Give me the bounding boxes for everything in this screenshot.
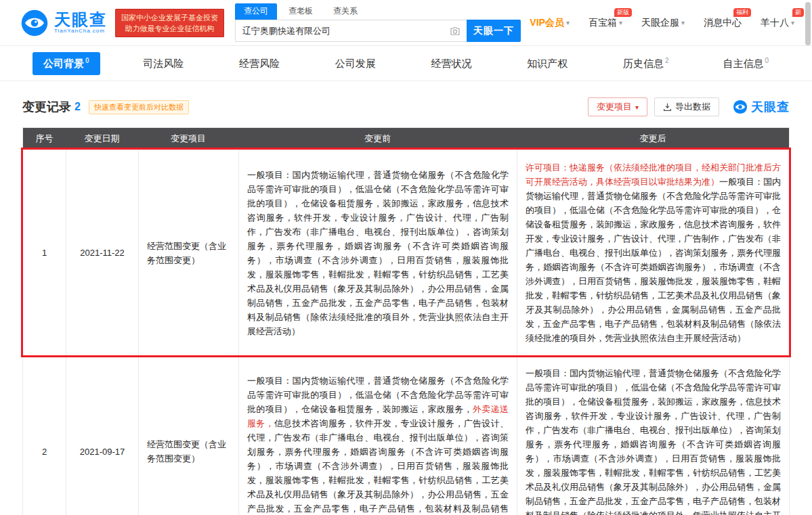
cell-after-change: 许可项目：快递服务（依法须经批准的项目，经相关部门批准后方可开展经营活动，具体经… [517,150,789,355]
change-date: 2021-09-17 [80,445,125,459]
menu-toolbox-label: 百宝箱 [589,17,617,29]
chevron-down-icon: ▾ [619,19,622,26]
tab-label: 知识产权 [527,58,568,69]
tab-operation-risk[interactable]: 经营风险 [228,52,292,75]
tab-label: 经营风险 [239,58,280,69]
top-menu: VIP会员 ▾ 百宝箱 ▾ 新版 天眼企服 ▾ 消息中心 福利 羊十八 ▾ 新 [530,17,794,29]
menu-user[interactable]: 羊十八 ▾ 新 [761,17,794,29]
cell-change-date: 2021-09-17 [66,356,138,515]
change-item: 经营范围变更（含业务范围变更） [147,437,230,466]
search-tab-relation[interactable]: 查关系 [324,3,366,20]
chevron-down-icon: ▾ [681,19,685,26]
search-tab-boss[interactable]: 查老板 [280,3,322,20]
after-change-text: 一般项目：国内货物运输代理，普通货物仓储服务（不含危险化学品等需许可审批的项目）… [526,366,781,515]
table-row-2: 2 2021-09-17 经营范围变更（含业务范围变更） 一般项目：国内货物运输… [23,355,789,515]
row-number: 2 [42,445,47,459]
toolbox-badge: 新版 [614,8,632,17]
watermark-text: 天眼查 [751,99,790,115]
search-tab-company[interactable]: 查公司 [235,3,277,20]
menu-vip[interactable]: VIP会员 ▾ [530,17,570,29]
search-row: 天眼一下 [235,20,521,42]
header-date: 变更日期 [66,133,138,145]
before-change-text: 一般项目：国内货物运输代理，普通货物仓储服务（不含危险化学品等需许可审批的项目）… [247,374,509,515]
tianyancha-logo[interactable]: 天眼查 TianYanCha.com [20,9,107,37]
scrollbar[interactable] [805,2,811,45]
cell-before-change: 一般项目：国内货物运输代理，普通货物仓储服务（不含危险化学品等需许可审批的项目）… [238,356,517,515]
promo-line-2: 助力做最专业企业征信机构 [121,23,218,34]
chevron-down-icon: ▾ [791,19,794,26]
tab-label: 自主信息 [723,58,763,69]
tab-label: 公司发展 [335,58,376,69]
cell-change-item: 经营范围变更（含业务范围变更） [138,150,238,355]
eye-logo-icon [20,9,49,37]
tab-count: 0 [85,57,89,64]
main-content: 变更记录 2 快速查看变更前后对比数据 变更项目 ▾ 导出数据 [0,81,812,515]
top-bar: 天眼查 TianYanCha.com 国家中小企业发展子基金投资 助力做最专业企… [0,0,812,46]
record-count: 2 [74,101,81,113]
row-number: 1 [42,246,47,260]
tab-company-development[interactable]: 公司发展 [324,52,388,75]
search-button[interactable]: 天眼一下 [467,20,521,42]
before-change-text: 一般项目：国内货物运输代理，普通货物仓储服务（不含危险化学品等需许可审批的项目）… [247,168,509,338]
menu-enterprise-service-label: 天眼企服 [641,17,679,29]
export-button-label: 导出数据 [675,101,710,113]
header-actions: 变更项目 ▾ 导出数据 天眼查 [588,97,790,116]
tab-label: 历史信息 [623,58,664,69]
cell-change-item: 经营范围变更（含业务范围变更） [138,356,238,515]
chevron-down-icon: ▾ [635,104,639,111]
compare-tip-badge: 快速查看变更前后对比数据 [89,100,189,114]
eye-logo-icon [733,99,748,114]
tab-count: 0 [765,57,769,64]
watermark-logo: 天眼查 [733,99,790,115]
header-after: 变更后 [517,133,789,145]
tab-intellectual-property[interactable]: 知识产权 [516,52,580,75]
menu-toolbox[interactable]: 百宝箱 ▾ 新版 [589,17,622,29]
brand-domain: TianYanCha.com [54,28,107,35]
header-before: 变更前 [238,133,517,145]
table-header-row: 序号 变更日期 变更项目 变更前 变更后 [23,128,789,150]
change-date: 2021-11-22 [80,246,125,260]
menu-vip-label: VIP会员 [530,17,564,29]
tab-label: 司法风险 [143,58,184,69]
chevron-down-icon: ▾ [566,19,570,26]
tab-count: 2 [665,57,669,64]
table-row-1: 1 2021-11-22 经营范围变更（含业务范围变更） 一般项目：国内货物运输… [23,150,789,355]
tab-label: 经营状况 [431,58,472,69]
promo-line-1: 国家中小企业发展子基金投资 [121,12,218,23]
menu-message-center[interactable]: 消息中心 福利 [704,17,742,29]
menu-message-center-label: 消息中心 [704,17,742,29]
search-tabs: 查公司 查老板 查关系 [235,3,521,20]
tab-history-info[interactable]: 历史信息2 [612,52,680,75]
user-badge: 新 [792,8,804,17]
tab-judicial-risk[interactable]: 司法风险 [132,52,196,75]
search-area: 查公司 查老板 查关系 天眼一下 [235,3,521,42]
menu-user-label: 羊十八 [761,17,789,29]
export-data-button[interactable]: 导出数据 [654,97,719,116]
page-title: 变更记录 [22,99,71,115]
cell-no: 2 [23,356,66,515]
camera-icon[interactable] [449,25,461,37]
brand-text: 天眼查 TianYanCha.com [54,11,107,35]
change-item: 经营范围变更（含业务范围变更） [147,239,230,267]
message-badge: 福利 [733,8,751,17]
cell-no: 1 [23,150,66,355]
tab-company-background[interactable]: 公司背景0 [33,52,100,75]
section-header: 变更记录 2 快速查看变更前后对比数据 变更项目 ▾ 导出数据 [22,97,790,116]
menu-enterprise-service[interactable]: 天眼企服 ▾ [641,17,685,29]
header-item: 变更项目 [138,133,238,145]
download-icon [663,103,672,112]
cell-before-change: 一般项目：国内货物运输代理，普通货物仓储服务（不含危险化学品等需许可审批的项目）… [238,150,517,355]
tab-self-published-info[interactable]: 自主信息0 [712,52,779,75]
cell-change-date: 2021-11-22 [66,150,138,355]
after-change-text: 许可项目：快递服务（依法须经批准的项目，经相关部门批准后方可开展经营活动，具体经… [526,160,781,345]
promo-banner: 国家中小企业发展子基金投资 助力做最专业企业征信机构 [115,9,224,37]
change-records-table: 序号 变更日期 变更项目 变更前 变更后 1 2021-11-22 经营范围变更… [22,127,790,515]
company-nav-bar: 公司背景0 司法风险 经营风险 公司发展 经营状况 知识产权 历史信息2 自主信… [0,46,812,81]
search-input-wrap [235,20,467,42]
filter-button-label: 变更项目 [597,101,632,113]
header-no: 序号 [23,133,66,145]
tab-operating-status[interactable]: 经营状况 [421,52,484,75]
search-input[interactable] [236,26,449,36]
tab-label: 公司背景 [43,58,84,69]
change-item-filter-button[interactable]: 变更项目 ▾ [588,97,647,116]
